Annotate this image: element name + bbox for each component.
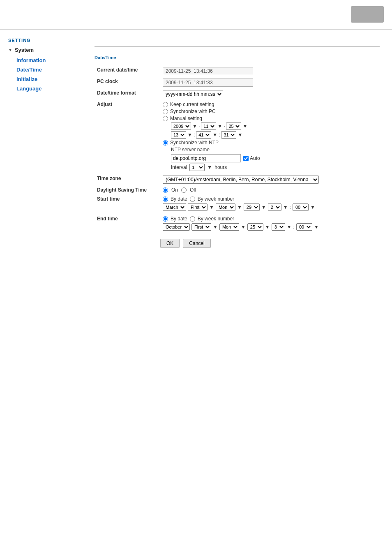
ok-button[interactable]: OK xyxy=(160,239,180,248)
current-datetime-row: Current date/time xyxy=(95,65,380,77)
start-week-select[interactable]: First xyxy=(188,204,208,211)
hours-label: hours xyxy=(214,164,227,170)
timezone-label: Time zone xyxy=(95,174,160,185)
sync-pc-radio-row: Synchronize with PC xyxy=(163,109,377,114)
sidebar-nav-information[interactable]: Information xyxy=(8,56,74,65)
pc-clock-label: PC clock xyxy=(95,77,160,88)
sync-pc-radio[interactable] xyxy=(163,109,168,114)
adjust-label: Adjust xyxy=(95,100,160,174)
form-buttons: OK Cancel xyxy=(160,239,380,248)
minute-select[interactable]: 41 xyxy=(196,131,211,139)
manual-date-row: 2009 ▼ · 11 ▼ · 25 xyxy=(171,123,377,130)
content-area: Date/Time Current date/time PC clock xyxy=(82,34,392,252)
timezone-select[interactable]: (GMT+01:00)Amsterdam, Berlin, Bern, Rome… xyxy=(163,176,319,184)
start-time-row: Start time By date By week number March xyxy=(95,194,380,214)
top-bar-button[interactable] xyxy=(351,6,384,23)
system-label: System xyxy=(15,47,34,53)
end-week-select[interactable]: First xyxy=(191,223,211,231)
manual-time-row: 13 ▼ : 41 ▼ : 31 ▼ xyxy=(171,131,377,139)
ntp-interval-row: Interval 1 2 6 12 24 ▼ hours xyxy=(171,164,377,171)
dst-on-label[interactable]: On xyxy=(171,187,178,193)
dst-on-radio[interactable] xyxy=(163,187,168,193)
end-by-date-row: By date By week number xyxy=(163,216,377,222)
auto-label: Auto xyxy=(250,155,260,161)
day-select[interactable]: 25 xyxy=(226,123,241,130)
end-day-select[interactable]: Mon xyxy=(219,223,239,231)
start-by-week-radio[interactable] xyxy=(190,197,195,202)
datetime-format-row: Date/time format yyyy-mm-dd hh:mm:ss xyxy=(95,88,380,100)
ntp-server-name-label: NTP server name xyxy=(171,147,377,153)
end-time-label: End time xyxy=(95,214,160,234)
hour-select[interactable]: 13 xyxy=(171,131,186,139)
current-datetime-label: Current date/time xyxy=(95,65,160,77)
keep-current-radio-row: Keep current setting xyxy=(163,102,377,107)
start-min-select[interactable]: 00 xyxy=(293,204,309,211)
manual-label[interactable]: Manual setting xyxy=(170,116,202,121)
keep-current-radio[interactable] xyxy=(163,102,168,107)
main-layout: SETTING ▼ System Information Date/Time I… xyxy=(0,30,392,256)
start-date-selects: March First ▼ Mon ▼ 29 xyxy=(163,204,377,211)
end-by-week-radio[interactable] xyxy=(190,216,195,222)
datetime-form: Current date/time PC clock Date/time for… xyxy=(95,65,380,234)
end-day-num-select[interactable]: 25 xyxy=(247,223,263,231)
end-min-select[interactable]: 00 xyxy=(296,223,312,231)
pc-clock-input xyxy=(163,79,253,87)
sync-ntp-radio[interactable] xyxy=(163,140,168,146)
start-by-week-label[interactable]: By week number xyxy=(198,196,234,202)
end-hour-select[interactable]: 3 xyxy=(272,223,285,231)
auto-checkbox-label[interactable]: Auto xyxy=(243,155,260,161)
cancel-button[interactable]: Cancel xyxy=(183,239,210,248)
end-time-row: End time By date By week number October xyxy=(95,214,380,234)
ntp-server-row: Auto xyxy=(171,154,377,162)
dst-off-radio[interactable] xyxy=(181,187,187,193)
interval-label: Interval xyxy=(171,164,187,170)
datetime-format-select[interactable]: yyyy-mm-dd hh:mm:ss xyxy=(163,90,223,98)
sidebar-nav-datetime[interactable]: Date/Time xyxy=(8,65,74,74)
sync-pc-label[interactable]: Synchronize with PC xyxy=(170,109,216,114)
end-by-week-label[interactable]: By week number xyxy=(198,216,234,222)
sync-ntp-label[interactable]: Synchronize with NTP xyxy=(170,140,219,146)
end-by-date-label[interactable]: By date xyxy=(171,216,187,222)
dst-off-label[interactable]: Off xyxy=(190,187,196,193)
start-by-date-label[interactable]: By date xyxy=(171,196,187,202)
end-date-selects: October First ▼ Mon ▼ 25 xyxy=(163,223,377,231)
month-select[interactable]: 11 xyxy=(201,123,216,130)
start-month-select[interactable]: March xyxy=(163,204,186,211)
sync-ntp-radio-row: Synchronize with NTP xyxy=(163,140,377,146)
top-bar xyxy=(0,0,392,29)
manual-radio[interactable] xyxy=(163,116,168,121)
timezone-row: Time zone (GMT+01:00)Amsterdam, Berlin, … xyxy=(95,174,380,185)
start-time-label: Start time xyxy=(95,194,160,214)
start-day-num-select[interactable]: 29 xyxy=(244,204,260,211)
sidebar-nav-language[interactable]: Language xyxy=(8,84,74,93)
system-header[interactable]: ▼ System xyxy=(8,47,74,53)
end-month-select[interactable]: October xyxy=(163,223,190,231)
second-select[interactable]: 31 xyxy=(221,131,236,139)
sidebar: SETTING ▼ System Information Date/Time I… xyxy=(0,34,82,252)
year-select[interactable]: 2009 xyxy=(171,123,191,130)
sidebar-nav-initialize[interactable]: Initialize xyxy=(8,74,74,84)
pc-clock-row: PC clock xyxy=(95,77,380,88)
interval-select[interactable]: 1 2 6 12 24 xyxy=(189,164,205,171)
datetime-section-label: Date/Time xyxy=(95,55,380,61)
keep-current-label[interactable]: Keep current setting xyxy=(170,102,214,107)
dst-row: Daylight Saving Time On Off xyxy=(95,185,380,194)
setting-label: SETTING xyxy=(8,38,74,43)
adjust-row: Adjust Keep current setting Synchronize … xyxy=(95,100,380,174)
start-by-date-radio[interactable] xyxy=(163,197,168,202)
current-datetime-input xyxy=(163,67,253,75)
system-arrow-icon: ▼ xyxy=(8,48,12,52)
ntp-server-input[interactable] xyxy=(171,154,241,162)
dst-options: On Off xyxy=(163,187,377,193)
start-by-date-row: By date By week number xyxy=(163,196,377,202)
manual-radio-row: Manual setting xyxy=(163,116,377,121)
datetime-format-label: Date/time format xyxy=(95,88,160,100)
auto-checkbox[interactable] xyxy=(243,156,249,161)
dst-label: Daylight Saving Time xyxy=(95,185,160,194)
start-hour-select[interactable]: 2 xyxy=(268,204,281,211)
start-day-select[interactable]: Mon xyxy=(216,204,235,211)
end-by-date-radio[interactable] xyxy=(163,216,168,222)
